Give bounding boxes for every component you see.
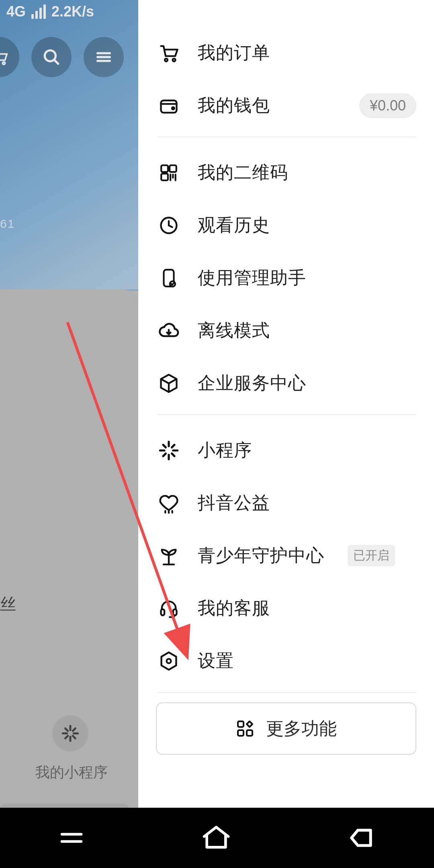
menu-label: 使用管理助手	[198, 266, 306, 290]
menu-item-wallet[interactable]: 我的钱包 ¥0.00	[138, 79, 434, 132]
status-bar: 4G 2.2K/s	[6, 3, 94, 20]
teen-enabled-tag: 已开启	[348, 545, 395, 566]
clock-icon	[158, 214, 180, 237]
menu-label: 小程序	[198, 438, 252, 462]
menu-icon	[94, 48, 113, 66]
menu-label: 离线模式	[198, 319, 270, 342]
network-speed: 2.2K/s	[51, 3, 94, 20]
android-nav-bar	[0, 808, 434, 868]
svg-rect-7	[161, 165, 168, 172]
svg-point-6	[172, 107, 174, 109]
phone-check-icon	[158, 267, 180, 289]
miniapp-label: 我的小程序	[35, 763, 108, 782]
svg-point-15	[167, 659, 171, 663]
nav-home-icon[interactable]	[200, 822, 232, 854]
qrcode-icon	[158, 162, 180, 184]
svg-rect-5	[161, 100, 177, 113]
spark-icon	[158, 439, 180, 462]
menu-item-orders[interactable]: 我的订单	[138, 27, 434, 79]
menu-item-assistant[interactable]: 使用管理助手	[138, 252, 434, 304]
search-button[interactable]	[31, 37, 72, 77]
svg-rect-9	[161, 174, 168, 180]
svg-rect-13	[161, 609, 165, 615]
cart-icon	[158, 42, 180, 64]
menu-item-support[interactable]: 我的客服	[138, 582, 434, 635]
cube-icon	[158, 372, 180, 395]
menu-item-teen[interactable]: 青少年守护中心 已开启	[138, 529, 434, 582]
miniapp-spark-icon	[60, 723, 80, 743]
fans-count-partial: 61	[0, 217, 15, 231]
menu-label: 设置	[198, 649, 234, 673]
cart-circle-button[interactable]	[0, 37, 19, 77]
svg-point-1	[2, 62, 5, 64]
menu-item-settings[interactable]: 设置	[138, 635, 434, 687]
menu-item-business[interactable]: 企业服务中心	[138, 357, 434, 409]
svg-rect-14	[173, 609, 177, 615]
menu-label: 我的客服	[198, 596, 270, 620]
menu-button[interactable]	[84, 37, 124, 77]
nav-back-icon[interactable]	[346, 823, 377, 853]
menu-item-history[interactable]: 观看历史	[138, 199, 434, 252]
more-functions-button[interactable]: 更多功能	[156, 702, 416, 755]
miniapp-circle[interactable]	[52, 715, 88, 751]
svg-point-4	[173, 58, 176, 61]
svg-rect-18	[247, 730, 252, 736]
nav-recent-icon[interactable]	[57, 823, 86, 852]
side-drawer: 我的订单 我的钱包 ¥0.00 我的二维码 观看历史 使	[138, 0, 434, 808]
grid-plus-icon	[235, 719, 255, 738]
menu-label: 观看历史	[198, 213, 270, 237]
wallet-balance: ¥0.00	[359, 93, 416, 118]
network-type: 4G	[6, 3, 26, 20]
cloud-download-icon	[158, 319, 180, 342]
heart-icon	[158, 492, 180, 514]
search-icon	[41, 47, 61, 67]
fans-label-partial: 丝	[0, 593, 16, 615]
menu-label: 我的二维码	[198, 161, 288, 184]
svg-point-3	[165, 58, 168, 61]
menu-label: 企业服务中心	[198, 371, 306, 395]
svg-rect-8	[170, 165, 176, 172]
menu-label: 我的订单	[198, 41, 270, 65]
profile-page-dimmed[interactable]: 4G 2.2K/s 61 丝 我的小程序 加朋友 喜欢 我始终相信，所走之路 所…	[0, 0, 138, 808]
sprout-icon	[158, 545, 180, 567]
menu-item-offline[interactable]: 离线模式	[138, 304, 434, 357]
menu-label: 青少年守护中心	[198, 544, 324, 567]
menu-label: 我的钱包	[198, 94, 270, 117]
wallet-icon	[158, 94, 180, 117]
settings-icon	[158, 650, 180, 672]
signal-icon	[31, 4, 46, 19]
svg-rect-17	[238, 730, 244, 736]
menu-item-charity[interactable]: 抖音公益	[138, 477, 434, 529]
divider	[158, 137, 416, 137]
menu-item-miniapp[interactable]: 小程序	[138, 424, 434, 477]
svg-rect-16	[238, 721, 244, 727]
menu-label: 抖音公益	[198, 491, 270, 515]
more-label: 更多功能	[266, 717, 337, 741]
divider	[158, 414, 416, 415]
headset-icon	[158, 597, 180, 620]
menu-item-qrcode[interactable]: 我的二维码	[138, 146, 434, 199]
divider	[158, 692, 416, 693]
